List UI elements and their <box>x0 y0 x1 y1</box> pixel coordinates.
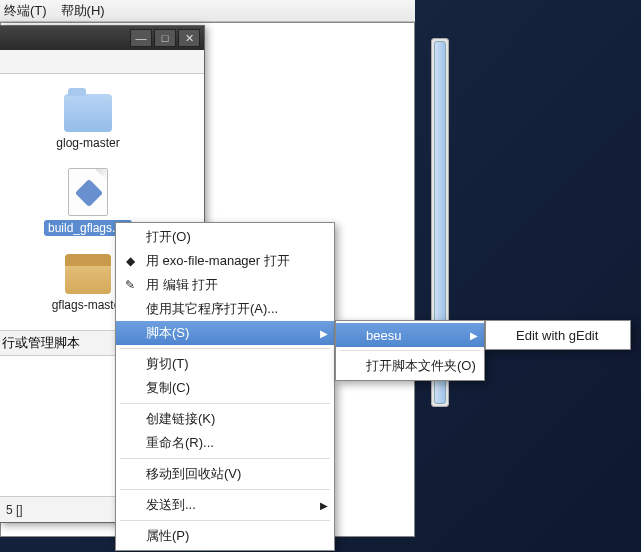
separator <box>120 458 330 459</box>
ctx-send-to[interactable]: 发送到... ▶ <box>116 493 334 517</box>
folder-item[interactable]: glog-master <box>44 94 132 150</box>
sub-open-script-folder[interactable]: 打开脚本文件夹(O) <box>336 354 484 378</box>
separator <box>120 348 330 349</box>
menu-help[interactable]: 帮助(H) <box>61 2 105 20</box>
ctx-open[interactable]: 打开(O) <box>116 225 334 249</box>
status-text: 5 [] <box>6 503 23 517</box>
menu-terminal[interactable]: 终端(T) <box>4 2 47 20</box>
chevron-right-icon: ▶ <box>320 500 328 511</box>
titlebar: — □ ✕ <box>0 26 204 50</box>
folder-label: glog-master <box>56 136 119 150</box>
ctx-copy[interactable]: 复制(C) <box>116 376 334 400</box>
menubar: 终端(T) 帮助(H) <box>0 0 415 22</box>
separator <box>120 489 330 490</box>
ctx-open-other[interactable]: 使用其它程序打开(A)... <box>116 297 334 321</box>
close-button[interactable]: ✕ <box>178 29 200 47</box>
script-submenu: beesu ▶ 打开脚本文件夹(O) <box>335 320 485 381</box>
ctx-trash[interactable]: 移动到回收站(V) <box>116 462 334 486</box>
toolbar <box>0 50 204 74</box>
ctx-properties[interactable]: 属性(P) <box>116 524 334 548</box>
separator <box>120 520 330 521</box>
script-file-icon <box>68 168 108 216</box>
chevron-right-icon: ▶ <box>320 328 328 339</box>
context-menu: 打开(O) ◆ 用 exo-file-manager 打开 ✎ 用 编辑 打开 … <box>115 222 335 551</box>
maximize-button[interactable]: □ <box>154 29 176 47</box>
sub-edit-gedit[interactable]: Edit with gEdit <box>486 323 630 347</box>
ctx-open-exo[interactable]: ◆ 用 exo-file-manager 打开 <box>116 249 334 273</box>
ctx-rename[interactable]: 重命名(R)... <box>116 431 334 455</box>
separator <box>340 350 480 351</box>
app-icon: ◆ <box>122 253 138 269</box>
ctx-cut[interactable]: 剪切(T) <box>116 352 334 376</box>
ctx-open-editor[interactable]: ✎ 用 编辑 打开 <box>116 273 334 297</box>
ctx-create-link[interactable]: 创建链接(K) <box>116 407 334 431</box>
beesu-submenu: Edit with gEdit <box>485 320 631 350</box>
cropped-sidebar-label: 行或管理脚本 <box>0 330 116 356</box>
chevron-right-icon: ▶ <box>470 330 478 341</box>
ctx-script[interactable]: 脚本(S) ▶ <box>116 321 334 345</box>
package-label: gflags-master <box>52 298 125 312</box>
minimize-button[interactable]: — <box>130 29 152 47</box>
folder-icon <box>64 94 112 132</box>
sub-beesu[interactable]: beesu ▶ <box>336 323 484 347</box>
package-icon <box>65 254 111 294</box>
separator <box>120 403 330 404</box>
edit-icon: ✎ <box>122 277 138 293</box>
